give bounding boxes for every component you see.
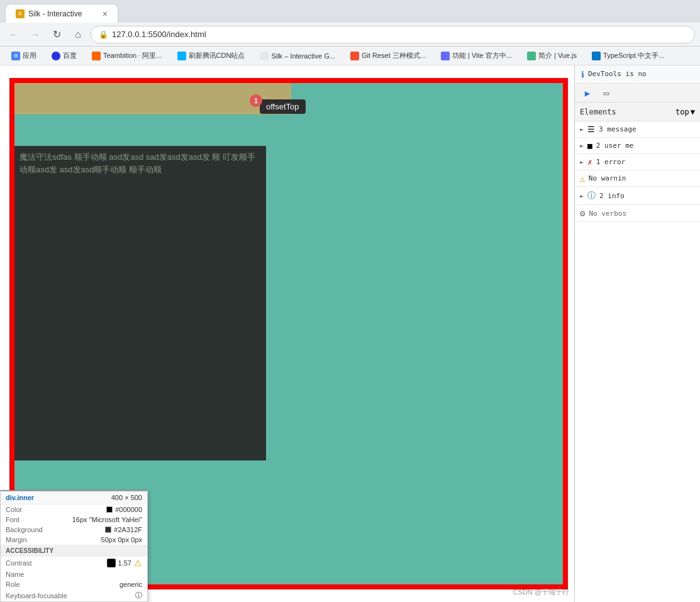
offset-badge: 1 bbox=[250, 94, 262, 107]
inspector-keyboard-row: Keyboard-focusable ⓘ bbox=[1, 589, 147, 601]
bookmark-teambition[interactable]: Teambition · 阿里... bbox=[88, 50, 166, 62]
inspector-bg-row: Background #2A312F bbox=[1, 525, 147, 535]
bg-label: Background bbox=[6, 526, 56, 533]
info-section: ► ⓘ 2 info bbox=[575, 187, 700, 205]
bookmark-apps[interactable]: ⊞ 应用 bbox=[8, 50, 40, 62]
warning-icon: △ bbox=[580, 174, 585, 183]
devtools-panel: ℹ DevTools is no ▶ ▭ Elements top ▼ ► ☰ … bbox=[574, 65, 700, 602]
inspector-accessibility: ACCESSIBILITY bbox=[1, 545, 147, 557]
margin-label: Margin bbox=[6, 536, 56, 543]
devtools-toolbar: ▶ ▭ bbox=[575, 84, 700, 103]
expand-icon: ► bbox=[580, 142, 584, 149]
bg-value: #2A312F bbox=[105, 526, 142, 533]
inner-div: 魔法守法sdfas 顺手动顺 asd发asd sad发asd发asd发 顺 叮发… bbox=[14, 146, 266, 460]
color-label: Color bbox=[6, 506, 56, 513]
devtools-notif-text: DevTools is no bbox=[588, 69, 647, 79]
bookmark-label: 功能 | Vite 官方中... bbox=[452, 51, 512, 60]
bookmark-label: 简介 | Vue.js bbox=[538, 51, 577, 60]
home-button[interactable]: ⌂ bbox=[69, 26, 87, 43]
bookmarks-bar: ⊞ 应用 百度 Teambition · 阿里... 刷新腾讯CDN站点 Sil… bbox=[0, 47, 700, 65]
keyboard-icon: ⓘ bbox=[135, 591, 142, 600]
user-messages-section: ► ■ 2 user me bbox=[575, 138, 700, 154]
bookmark-favicon bbox=[527, 52, 536, 60]
error-icon: ✗ bbox=[587, 157, 592, 167]
messages-row[interactable]: ► ☰ 3 message bbox=[575, 121, 700, 137]
bookmark-cdn[interactable]: 刷新腾讯CDN站点 bbox=[174, 50, 249, 62]
role-label: Role bbox=[6, 581, 56, 588]
name-label: Name bbox=[6, 571, 56, 578]
bookmark-favicon bbox=[592, 52, 601, 60]
bookmark-vue[interactable]: 简介 | Vue.js bbox=[523, 50, 581, 62]
top-dropdown[interactable]: top ▼ bbox=[675, 108, 695, 116]
expand-icon: ► bbox=[580, 192, 584, 199]
bookmark-favicon bbox=[441, 52, 450, 60]
inspect-element-button[interactable]: ▶ bbox=[580, 86, 595, 101]
user-messages-row[interactable]: ► ■ 2 user me bbox=[575, 138, 700, 153]
inspector-header: div.inner 400 × 500 bbox=[1, 491, 147, 504]
expand-icon: ► bbox=[580, 159, 584, 165]
warning-section: △ No warnin bbox=[575, 170, 700, 187]
devtools-top-bar: Elements top ▼ bbox=[575, 103, 700, 121]
address-bar[interactable]: 🔒 127.0.0.1:5500/index.html bbox=[91, 26, 695, 43]
tab-favicon: S bbox=[16, 9, 25, 18]
inspector-name-row: Name bbox=[1, 569, 147, 579]
bookmark-label: 百度 bbox=[63, 51, 77, 60]
page-viewport: 魔法守法sdfas 顺手动顺 asd发asd sad发asd发asd发 顺 叮发… bbox=[0, 65, 574, 602]
info-row[interactable]: ► ⓘ 2 info bbox=[575, 187, 700, 204]
active-tab[interactable]: S Silk - Interactive × bbox=[5, 4, 118, 23]
bookmark-ts[interactable]: TypeScript 中文手... bbox=[588, 50, 668, 62]
messages-section: ► ☰ 3 message bbox=[575, 121, 700, 138]
keyboard-label: Keyboard-focusable bbox=[6, 592, 67, 599]
info-label: 2 info bbox=[599, 192, 695, 200]
inspector-contrast-row: Contrast 1.57 ⚠ bbox=[1, 557, 147, 569]
bookmark-git[interactable]: Git Reset 三种模式... bbox=[347, 50, 430, 62]
inspector-margin-row: Margin 50px 0px 0px bbox=[1, 535, 147, 545]
inspector-font-row: Font 16px "Microsoft YaHei" bbox=[1, 515, 147, 525]
inspector-size: 400 × 500 bbox=[111, 494, 142, 501]
nav-bar: ← → ↻ ⌂ 🔒 127.0.0.1:5500/index.html bbox=[0, 23, 700, 47]
bookmark-label: TypeScript 中文手... bbox=[603, 51, 664, 60]
info-icon: ℹ bbox=[581, 70, 584, 79]
inspector-color-row: Color #000000 bbox=[1, 504, 147, 515]
bookmark-label: 刷新腾讯CDN站点 bbox=[189, 51, 245, 60]
bookmark-silk[interactable]: Silk – Interactive G... bbox=[256, 50, 338, 62]
inner-text-content: 魔法守法sdfas 顺手动顺 asd发asd sad发asd发asd发 顺 叮发… bbox=[19, 152, 255, 174]
main-area: 魔法守法sdfas 顺手动顺 asd发asd sad发asd发asd发 顺 叮发… bbox=[0, 65, 700, 602]
elements-tab-label[interactable]: Elements bbox=[580, 108, 616, 116]
error-section: ► ✗ 1 error bbox=[575, 154, 700, 170]
tab-title: Silk - Interactive bbox=[28, 9, 82, 18]
inspector-popup: div.inner 400 × 500 Color #000000 Font 1… bbox=[0, 490, 148, 602]
warning-row: △ No warnin bbox=[575, 170, 700, 186]
margin-value: 50px 0px 0px bbox=[101, 536, 142, 543]
contrast-label: Contrast bbox=[6, 559, 56, 567]
device-toolbar-button[interactable]: ▭ bbox=[599, 86, 614, 101]
contrast-icon bbox=[107, 559, 116, 567]
back-button[interactable]: ← bbox=[5, 26, 23, 43]
inspector-role-row: Role generic bbox=[1, 579, 147, 589]
gear-icon: ⚙ bbox=[580, 208, 585, 218]
inspector-class: div.inner bbox=[6, 494, 34, 501]
reload-button[interactable]: ↻ bbox=[48, 26, 65, 43]
tab-close-button[interactable]: × bbox=[103, 9, 108, 19]
verbose-label: No verbos bbox=[589, 209, 626, 218]
address-text: 127.0.0.1:5500/index.html bbox=[112, 30, 206, 39]
bookmark-label: Silk – Interactive G... bbox=[271, 52, 335, 60]
badge-number: 1 bbox=[254, 97, 258, 104]
browser-chrome: S Silk - Interactive × ← → ↻ ⌂ 🔒 127.0.0… bbox=[0, 0, 700, 65]
forward-button[interactable]: → bbox=[26, 26, 44, 43]
bookmark-baidu[interactable]: 百度 bbox=[48, 50, 81, 62]
list-icon: ☰ bbox=[587, 125, 595, 134]
devtools-notification: ℹ DevTools is no bbox=[575, 65, 700, 84]
expand-icon: ► bbox=[580, 126, 584, 133]
user-label: 2 user me bbox=[596, 142, 695, 150]
bookmark-favicon bbox=[350, 52, 359, 60]
bookmark-vite[interactable]: 功能 | Vite 官方中... bbox=[437, 50, 516, 62]
bookmark-favicon bbox=[260, 52, 269, 60]
error-row[interactable]: ► ✗ 1 error bbox=[575, 154, 700, 170]
warning-label: No warnin bbox=[589, 174, 695, 182]
verbose-section: ⚙ No verbos bbox=[575, 205, 700, 222]
warning-icon: ⚠ bbox=[134, 558, 142, 568]
top-label: top bbox=[675, 108, 689, 116]
color-swatch bbox=[106, 506, 113, 513]
bookmark-favicon bbox=[52, 52, 60, 60]
